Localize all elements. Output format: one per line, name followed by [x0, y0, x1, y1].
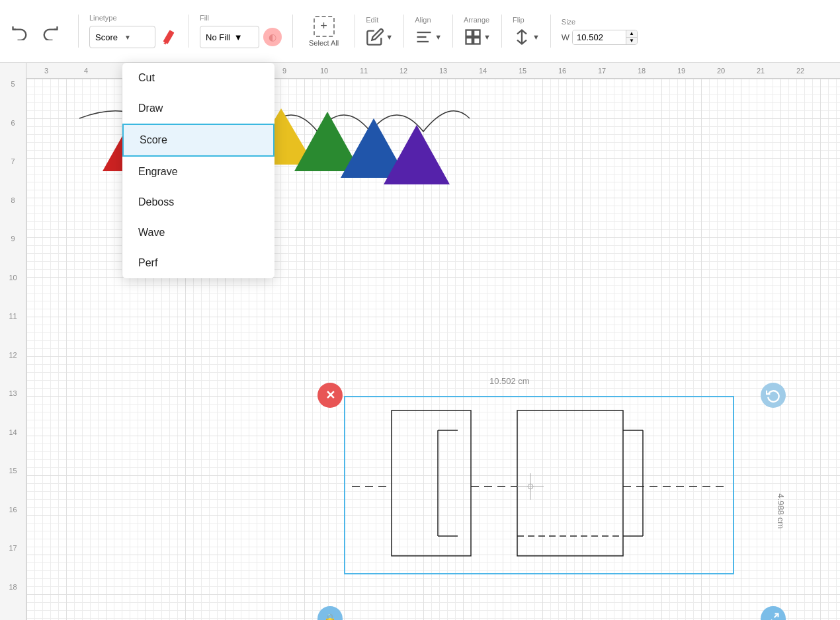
size-w-label: W — [562, 32, 569, 42]
edit-dropdown-button[interactable]: ▼ — [366, 28, 393, 46]
size-field: W ▲ ▼ — [562, 30, 638, 45]
flip-chevron-icon: ▼ — [532, 33, 540, 41]
toolbar: Linetype Score ▼ Fill No Fill ▼ ◐ — [0, 0, 840, 63]
arrange-section: Arrange ▼ — [464, 16, 491, 46]
edit-label: Edit — [366, 16, 378, 24]
linetype-value: Score — [95, 32, 118, 42]
fill-dropdown[interactable]: No Fill ▼ — [200, 26, 259, 48]
col-num: 13 — [423, 67, 463, 75]
col-num: 3 — [26, 67, 66, 75]
row-num: 8 — [0, 195, 26, 234]
col-num: 19 — [661, 67, 701, 75]
edit-chevron-icon: ▼ — [386, 33, 393, 41]
align-section: Align ▼ — [415, 16, 442, 46]
linetype-dropdown[interactable]: Score ▼ — [89, 26, 155, 48]
select-all-button[interactable]: + Select All — [304, 13, 344, 50]
align-dropdown-button[interactable]: ▼ — [415, 28, 442, 46]
divider-8 — [550, 15, 551, 48]
menu-item-draw[interactable]: Draw — [122, 93, 274, 124]
divider-4 — [355, 15, 355, 48]
align-label: Align — [415, 16, 431, 24]
menu-item-perf[interactable]: Perf — [122, 248, 274, 278]
divider-3 — [292, 15, 293, 48]
menu-item-deboss[interactable]: Deboss — [122, 187, 274, 217]
menu-item-engrave[interactable]: Engrave — [122, 157, 274, 187]
size-increment-button[interactable]: ▲ — [626, 30, 637, 38]
edit-section: Edit ▼ — [366, 16, 393, 46]
row-num: 15 — [0, 465, 26, 504]
flip-section: Flip ▼ — [513, 16, 540, 46]
col-num: 22 — [780, 67, 820, 75]
svg-rect-6 — [474, 30, 480, 36]
align-chevron-icon: ▼ — [435, 33, 442, 41]
menu-item-cut[interactable]: Cut — [122, 63, 274, 93]
svg-rect-16 — [392, 410, 471, 556]
row-num: 14 — [0, 427, 26, 466]
fill-row: No Fill ▼ ◐ — [200, 26, 282, 48]
linetype-row: Score ▼ — [89, 26, 178, 48]
arrange-label: Arrange — [464, 16, 489, 24]
col-num: 11 — [344, 67, 384, 75]
resize-handle[interactable] — [761, 606, 786, 620]
row-num: 16 — [0, 504, 26, 543]
arrange-chevron-icon: ▼ — [483, 33, 491, 41]
fill-value: No Fill — [206, 32, 230, 42]
width-measurement-label: 10.502 cm — [489, 376, 530, 386]
col-num: 16 — [542, 67, 582, 75]
lock-handle[interactable]: 🔒 — [317, 606, 343, 620]
undo-button[interactable] — [8, 19, 32, 43]
size-input-group: ▲ ▼ — [572, 30, 638, 45]
crosshair-icon — [517, 473, 544, 500]
svg-rect-7 — [466, 38, 472, 44]
row-num: 18 — [0, 582, 26, 621]
svg-rect-0 — [163, 30, 175, 44]
resize-icon — [767, 612, 780, 620]
divider-7 — [501, 15, 502, 48]
row-num: 10 — [0, 272, 26, 311]
undo-redo-group — [8, 19, 62, 43]
size-input[interactable] — [573, 30, 626, 44]
edit-icon — [366, 28, 384, 46]
arrange-dropdown-button[interactable]: ▼ — [464, 28, 491, 46]
flip-icon — [513, 28, 531, 46]
rotate-handle[interactable] — [761, 383, 786, 408]
col-num: 10 — [304, 67, 344, 75]
row-num: 12 — [0, 350, 26, 389]
row-num: 7 — [0, 156, 26, 195]
chevron-down-icon: ▼ — [124, 34, 131, 41]
fill-color-swatch[interactable]: ◐ — [263, 28, 282, 46]
fill-section: Fill No Fill ▼ ◐ — [200, 14, 282, 48]
fill-swatch-icon: ◐ — [269, 32, 276, 42]
col-num: 20 — [701, 67, 741, 75]
row-num: 13 — [0, 388, 26, 427]
arrange-icon — [464, 28, 482, 46]
select-all-icon: + — [314, 16, 335, 37]
size-label: Size — [562, 18, 575, 26]
linetype-label: Linetype — [89, 14, 117, 22]
svg-rect-8 — [474, 38, 480, 44]
col-num: 15 — [503, 67, 542, 75]
col-num: 18 — [622, 67, 661, 75]
row-num: 6 — [0, 118, 26, 157]
flip-dropdown-button[interactable]: ▼ — [513, 28, 540, 46]
size-section: Size W ▲ ▼ — [562, 18, 638, 45]
divider-2 — [189, 15, 189, 48]
delete-handle[interactable]: ✕ — [317, 383, 343, 408]
row-num: 11 — [0, 311, 26, 350]
menu-item-score[interactable]: Score — [122, 124, 274, 157]
redo-button[interactable] — [38, 19, 62, 43]
menu-item-wave[interactable]: Wave — [122, 217, 274, 248]
height-measurement-label: 4.988 cm — [776, 494, 786, 529]
col-num: 14 — [463, 67, 503, 75]
row-ruler: 5 6 7 8 9 10 11 12 13 14 15 16 17 18 — [0, 63, 26, 620]
fill-label: Fill — [200, 14, 209, 22]
fill-chevron-icon: ▼ — [234, 32, 243, 42]
lock-icon: 🔒 — [323, 613, 337, 621]
row-num: 9 — [0, 233, 26, 272]
col-num: 17 — [582, 67, 622, 75]
rotate-icon — [766, 388, 780, 403]
row-num: 17 — [0, 543, 26, 582]
size-decrement-button[interactable]: ▼ — [626, 38, 637, 44]
row-num: 5 — [0, 79, 26, 118]
align-icon — [415, 28, 433, 46]
